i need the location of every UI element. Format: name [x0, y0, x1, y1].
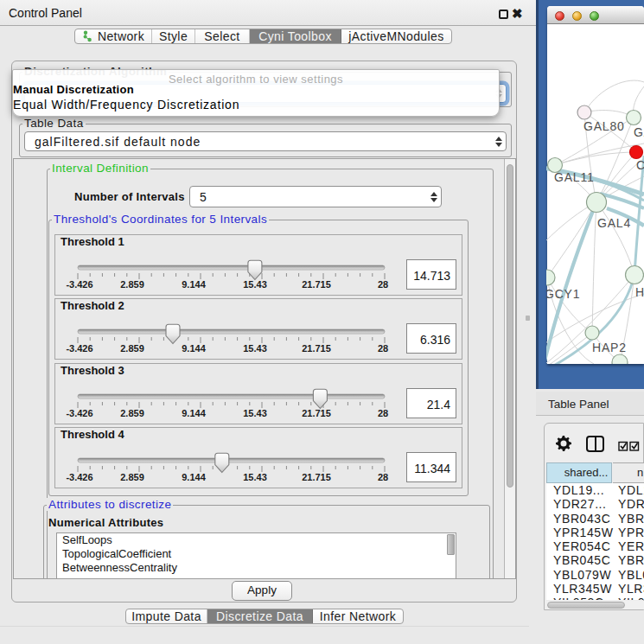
svg-text:GAL11: GAL11: [554, 170, 595, 184]
svg-text:15.43: 15.43: [243, 279, 267, 290]
svg-text:GCY1: GCY1: [546, 287, 580, 301]
svg-text:C: C: [636, 158, 644, 172]
svg-text:2.859: 2.859: [120, 279, 144, 290]
svg-text:28: 28: [378, 472, 388, 482]
svg-text:15.43: 15.43: [243, 408, 267, 418]
svg-text:-3.426: -3.426: [66, 472, 92, 482]
svg-text:-3.426: -3.426: [66, 408, 92, 418]
svg-text:28: 28: [378, 279, 388, 290]
svg-text:21.715: 21.715: [302, 408, 331, 418]
svg-text:9.144: 9.144: [182, 279, 206, 290]
svg-text:HAP2: HAP2: [592, 341, 627, 354]
svg-text:15.43: 15.43: [243, 472, 267, 482]
svg-text:21.715: 21.715: [302, 472, 331, 482]
svg-text:9.144: 9.144: [182, 472, 206, 482]
svg-text:9.144: 9.144: [182, 408, 206, 418]
svg-text:GA: GA: [634, 125, 644, 139]
svg-text:GAL4: GAL4: [597, 216, 631, 230]
svg-text:-3.426: -3.426: [66, 279, 92, 290]
svg-text:28: 28: [378, 408, 388, 418]
svg-text:15.43: 15.43: [243, 343, 267, 354]
svg-text:2.859: 2.859: [120, 343, 144, 354]
svg-text:2.859: 2.859: [120, 408, 144, 418]
svg-text:28: 28: [378, 343, 388, 354]
svg-text:2.859: 2.859: [120, 472, 144, 482]
svg-text:GAL80: GAL80: [583, 119, 625, 133]
svg-text:-3.426: -3.426: [66, 343, 92, 354]
svg-text:21.715: 21.715: [302, 343, 331, 354]
svg-text:H: H: [635, 285, 644, 299]
svg-text:9.144: 9.144: [182, 343, 206, 354]
svg-text:21.715: 21.715: [302, 279, 331, 290]
